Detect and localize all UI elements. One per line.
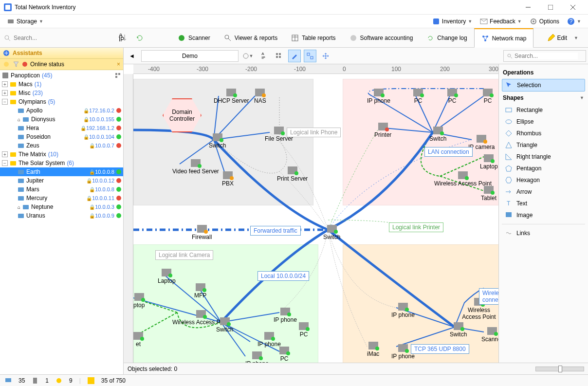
node-switch[interactable]: Switch [216, 317, 233, 333]
pointer-tool[interactable] [288, 50, 301, 62]
tree-node[interactable]: Mercury🔒10.0.0.11 [0, 194, 123, 202]
node-tablet[interactable]: Tablet [481, 186, 496, 202]
node-switch[interactable]: Switch [323, 225, 340, 240]
label-tcp[interactable]: TCP 365 UDP 8800 [411, 344, 469, 354]
node-laptop[interactable]: Laptop [480, 154, 498, 170]
tree-node[interactable]: Jupiter🔒10.0.0.12 [0, 176, 123, 185]
node-pc[interactable]: PC [299, 322, 309, 338]
node-pc[interactable]: PC [413, 89, 423, 104]
node-laptop[interactable]: Laptop [158, 269, 176, 284]
node-switch[interactable]: Switch [429, 127, 446, 142]
node-domain-controller[interactable]: Domain Controller [163, 98, 202, 132]
node-nas[interactable]: NAS [254, 89, 266, 104]
minimize-button[interactable] [517, 0, 539, 15]
tab-viewer[interactable]: Viewer & reports [217, 28, 284, 47]
links-item[interactable]: Links [502, 227, 585, 239]
node-imac[interactable]: iMac [367, 342, 379, 357]
node-ptop[interactable]: ptop [133, 293, 145, 309]
close-filter-icon[interactable]: × [117, 61, 120, 68]
filter-az-icon[interactable]: AIP [119, 34, 128, 42]
refresh-icon[interactable] [135, 34, 144, 42]
node-video_feed[interactable]: Video feed Server [172, 159, 219, 175]
label-forwarded[interactable]: Forwarded traffic [250, 226, 301, 236]
tree-node[interactable]: Zeus🔒10.0.0.7 [0, 141, 123, 150]
inventory-menu[interactable]: Inventory▼ [429, 17, 475, 26]
shape-text[interactable]: TText [502, 198, 585, 209]
node-wap[interactable]: Wireless Access Point [434, 171, 492, 187]
label-lan[interactable]: LAN connection [424, 147, 473, 157]
tree-node[interactable]: ⌂Dionysus🔒10.0.0.155 [0, 115, 123, 124]
shape-right-triangle[interactable]: Right triangle [502, 151, 585, 163]
shapes-header[interactable]: Shapes▼ [502, 92, 585, 103]
move-tool[interactable] [319, 50, 332, 62]
map-selector[interactable]: Demo [141, 50, 239, 62]
shape-arrow[interactable]: Arrow [502, 186, 585, 198]
node-ip_phone[interactable]: IP phone [257, 332, 281, 348]
select-tool[interactable] [304, 50, 316, 62]
node-mfp[interactable]: MFP [194, 283, 206, 299]
tree-node[interactable]: Apollo🔒172.16.0.2 [0, 106, 123, 115]
tree-node[interactable]: Uranus🔒10.0.0.9 [0, 211, 123, 220]
feedback-menu[interactable]: Feedback▼ [477, 17, 525, 26]
node-switch[interactable]: Switch [209, 133, 226, 149]
shape-rectangle[interactable]: Rectangle [502, 104, 585, 116]
node-ip_phone[interactable]: IP phone [245, 351, 269, 363]
node-scanner[interactable]: Scanner [481, 327, 498, 343]
tree-node[interactable]: Mars🔒10.0.0.8 [0, 185, 123, 194]
storage-menu[interactable]: Storage▼ [4, 17, 46, 26]
shape-image[interactable]: Image [502, 209, 585, 221]
tree-group[interactable]: −Olympians (5) [0, 97, 123, 106]
node-pc[interactable]: PC [279, 347, 289, 362]
shape-triangle[interactable]: Triangle [502, 139, 585, 151]
tree-node[interactable]: Earth🔒10.0.0.8 [0, 167, 123, 176]
sort-ip-button[interactable]: AIP [257, 50, 270, 62]
shape-hexagon[interactable]: Hexagon [502, 174, 585, 186]
zoom-slider[interactable] [535, 367, 584, 371]
tree-group[interactable]: +Misc (23) [0, 89, 123, 97]
label-wireless[interactable]: Wireless connection [479, 288, 498, 305]
tab-scanner[interactable]: Scanner [171, 28, 217, 47]
shape-rhombus[interactable]: Rhombus [502, 128, 585, 139]
node-ip_phone[interactable]: IP phone [367, 89, 390, 104]
grid-button[interactable] [273, 50, 285, 62]
node-ip_phone[interactable]: IP phone [274, 308, 297, 323]
tab-changelog[interactable]: Change log [420, 28, 474, 47]
label-logical-camera[interactable]: Logical link Camera [155, 250, 213, 260]
tree-node[interactable]: Poseidon🔒10.0.0.104 [0, 132, 123, 141]
close-button[interactable] [562, 0, 584, 15]
prev-map-button[interactable]: ◄ [126, 50, 138, 62]
node-printer[interactable]: Printer [374, 123, 391, 138]
tree-node[interactable]: ⌂Neptune🔒10.0.0.3 [0, 202, 123, 211]
map-settings-button[interactable]: ▼ [241, 50, 254, 62]
node-firewall[interactable]: Firewall [192, 225, 212, 240]
node-switch[interactable]: Switch [450, 322, 467, 338]
label-logical-printer[interactable]: Logical link Printer [389, 222, 443, 232]
op-selection[interactable]: Selection [502, 79, 585, 92]
node-pc[interactable]: PC [483, 89, 493, 104]
shape-pentagon[interactable]: Pentagon [502, 163, 585, 174]
online-status-filter[interactable]: Online status × [0, 59, 123, 70]
tab-table-reports[interactable]: Table reports [284, 28, 342, 47]
label-logical-phone[interactable]: Logical link Phone [287, 128, 341, 137]
edit-menu[interactable]: Edit▼ [541, 34, 584, 42]
assistants-header[interactable]: Assistants [0, 48, 123, 59]
node-ip_phone[interactable]: IP phone [391, 303, 415, 318]
tab-network-map[interactable]: Network map [474, 28, 534, 48]
node-pc[interactable]: PC [447, 89, 457, 104]
tab-software[interactable]: Software accounting [343, 28, 420, 47]
tree-group[interactable]: −The Solar System (6) [0, 159, 123, 167]
tree-node[interactable]: Hera🔒192.168.1.2 [0, 124, 123, 132]
node-dhcp[interactable]: DHCP Server [214, 89, 249, 104]
tree-group[interactable]: +The Matrix (10) [0, 150, 123, 159]
node-pbx[interactable]: PBX [222, 171, 234, 187]
canvas-search[interactable] [503, 50, 586, 62]
node-et[interactable]: et [133, 332, 143, 348]
device-tree[interactable]: Panopticon (45)+Macs (1)+Misc (23)−Olymp… [0, 70, 123, 374]
help-menu[interactable]: ?▼ [564, 17, 584, 26]
options-menu[interactable]: Options [527, 17, 562, 26]
node-print_server[interactable]: Print Server [277, 166, 308, 182]
map-canvas[interactable]: -400-300-200-1000100200300 [124, 64, 498, 363]
tree-root[interactable]: Panopticon (45) [0, 71, 123, 80]
maximize-button[interactable] [539, 0, 562, 15]
label-local-net[interactable]: Local 10.0.0.0/24 [257, 271, 309, 281]
